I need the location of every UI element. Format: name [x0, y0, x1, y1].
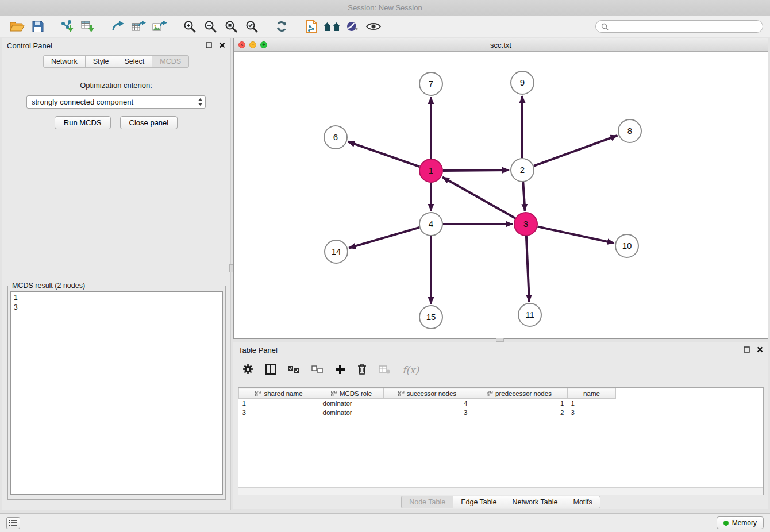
column-header-filler — [616, 388, 764, 399]
float-panel-button[interactable] — [206, 41, 212, 50]
main-toolbar — [0, 16, 770, 37]
table-cell[interactable]: 1 — [471, 399, 568, 408]
table-row[interactable]: 3dominator323 — [239, 408, 764, 417]
import-table-button[interactable] — [78, 18, 99, 35]
graph-edge[interactable] — [348, 142, 420, 167]
deselect-all-icon — [311, 365, 323, 373]
zoom-selected-icon — [245, 20, 258, 33]
vertical-splitter-handle[interactable] — [229, 264, 233, 272]
minimize-traffic-light[interactable]: − — [249, 41, 256, 48]
table-row[interactable]: 1dominator411 — [239, 399, 764, 408]
column-header-mcds-role[interactable]: MCDS role — [319, 388, 384, 399]
search-box[interactable] — [595, 20, 763, 33]
node-table-container[interactable]: shared name MCDS role successor nodes pr… — [238, 387, 764, 495]
table-settings-button[interactable] — [242, 364, 253, 376]
export-network-button[interactable] — [108, 18, 129, 35]
sort-icon — [331, 391, 337, 396]
tab-network[interactable]: Network — [43, 55, 86, 68]
add-column-button[interactable] — [335, 364, 345, 376]
graph-edge[interactable] — [526, 236, 529, 302]
export-table-button[interactable] — [129, 18, 149, 35]
window-titlebar[interactable]: Session: New Session — [0, 0, 770, 16]
deselect-all-button[interactable] — [311, 365, 323, 375]
tab-node-table[interactable]: Node Table — [401, 496, 453, 508]
zoom-selected-button[interactable] — [241, 18, 262, 35]
export-image-button[interactable] — [149, 18, 170, 35]
graph-node-label: 10 — [622, 241, 632, 250]
mcds-result-item[interactable]: 1 — [14, 293, 220, 303]
column-header-successor-nodes[interactable]: successor nodes — [384, 388, 471, 399]
show-hide-button[interactable] — [363, 18, 384, 35]
criterion-select[interactable]: strongly connected component — [26, 95, 206, 109]
delete-column-button[interactable] — [357, 364, 367, 376]
tab-edge-table[interactable]: Edge Table — [453, 496, 505, 508]
home-button[interactable] — [322, 18, 342, 35]
graph-edge[interactable] — [534, 136, 618, 166]
network-canvas[interactable]: 1234678910111415 — [234, 52, 768, 338]
criterion-select-value: strongly connected component — [32, 98, 198, 106]
zoom-in-button[interactable] — [179, 18, 200, 35]
table-cell[interactable]: dominator — [319, 408, 384, 417]
table-toolbar: f(x) — [233, 358, 768, 381]
zoom-traffic-light[interactable]: + — [260, 41, 267, 48]
network-window-titlebar[interactable]: × − + scc.txt — [234, 38, 768, 52]
search-input[interactable] — [612, 22, 757, 31]
close-panel-action-button[interactable]: Close panel — [120, 116, 178, 129]
table-horizontal-scrollbar[interactable] — [238, 487, 763, 495]
graph-node-label: 14 — [332, 246, 341, 256]
table-cell[interactable]: 3 — [384, 408, 471, 417]
network-from-selection-button[interactable] — [301, 18, 322, 35]
memory-button[interactable]: Memory — [717, 516, 764, 529]
memory-label: Memory — [732, 519, 757, 527]
tab-motifs[interactable]: Motifs — [565, 496, 600, 508]
node-table: shared name MCDS role successor nodes pr… — [238, 388, 763, 417]
table-cell[interactable]: 2 — [471, 408, 568, 417]
control-panel-header: Control Panel — [2, 38, 230, 53]
node-table-body: 1dominator4113dominator323 — [239, 399, 764, 417]
style-button[interactable] — [342, 18, 363, 35]
column-header-predecessor-nodes[interactable]: predecessor nodes — [471, 388, 568, 399]
tab-select[interactable]: Select — [117, 55, 153, 68]
import-network-icon — [60, 20, 75, 33]
graph-edge[interactable] — [442, 177, 515, 218]
column-header-shared-name[interactable]: shared name — [239, 388, 319, 399]
eye-icon — [366, 22, 381, 31]
float-table-panel-button[interactable] — [744, 346, 750, 354]
close-panel-button[interactable] — [219, 41, 225, 50]
table-cell[interactable]: 3 — [239, 408, 319, 417]
graph-node-label: 8 — [627, 126, 632, 136]
open-session-button[interactable] — [7, 18, 28, 35]
column-header-name[interactable]: name — [568, 388, 616, 399]
mcds-result-item[interactable]: 3 — [14, 303, 220, 313]
table-cell[interactable]: dominator — [319, 399, 384, 408]
save-session-button[interactable] — [28, 18, 48, 35]
tab-mcds[interactable]: MCDS — [152, 55, 189, 68]
graph-edge[interactable] — [538, 226, 614, 243]
horizontal-splitter-handle[interactable] — [496, 338, 504, 342]
table-cell[interactable]: 1 — [568, 399, 616, 408]
select-all-button[interactable] — [288, 365, 299, 375]
run-mcds-button[interactable]: Run MCDS — [55, 116, 111, 129]
show-columns-button[interactable] — [265, 364, 276, 376]
zoom-fit-button[interactable] — [221, 18, 241, 35]
table-cell[interactable]: 4 — [384, 399, 471, 408]
apply-layout-button[interactable] — [271, 18, 292, 35]
table-cell[interactable]: 1 — [239, 399, 319, 408]
table-cell[interactable]: 3 — [568, 408, 616, 417]
graph-edge[interactable] — [443, 170, 509, 171]
close-table-panel-button[interactable] — [757, 346, 763, 354]
table-panel-tabs: Node Table Edge Table Network Table Moti… — [233, 496, 768, 508]
float-window-icon — [206, 42, 212, 48]
tab-style[interactable]: Style — [85, 55, 117, 68]
task-history-button[interactable] — [6, 517, 20, 529]
zoom-out-icon — [204, 20, 217, 33]
function-builder-label: f(x) — [402, 364, 419, 376]
network-svg[interactable]: 1234678910111415 — [234, 52, 768, 338]
close-traffic-light[interactable]: × — [238, 41, 245, 48]
import-network-button[interactable] — [57, 18, 78, 35]
graph-edge[interactable] — [523, 182, 525, 211]
mcds-result-list[interactable]: 13 — [10, 291, 223, 495]
graph-edge[interactable] — [349, 228, 419, 248]
tab-network-table[interactable]: Network Table — [505, 496, 566, 508]
zoom-out-button[interactable] — [200, 18, 221, 35]
